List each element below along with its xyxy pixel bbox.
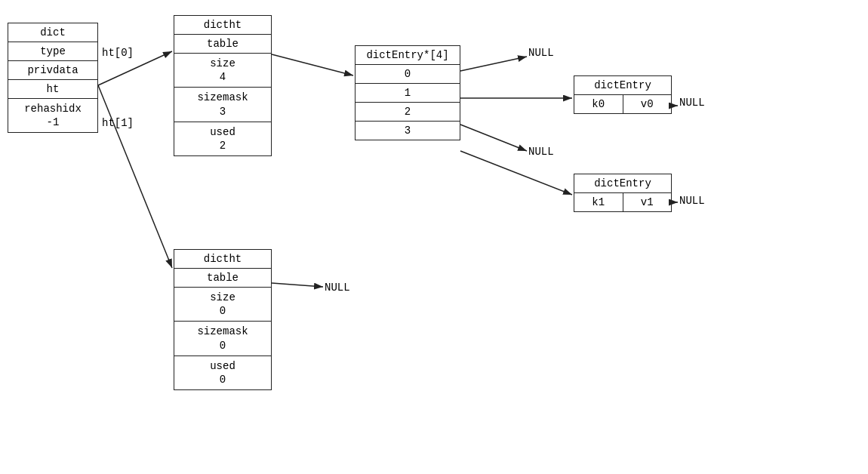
dict-cell-dict: dict: [8, 23, 97, 42]
dictht-top-header: dictht: [174, 16, 271, 35]
null-label-3: NULL: [528, 146, 554, 158]
svg-line-10: [272, 283, 323, 287]
svg-line-4: [460, 57, 527, 71]
dictentry-array-row2: 2: [356, 103, 460, 122]
dictentry-top-k0: k0: [574, 95, 623, 113]
dictentry-array-box: dictEntry*[4] 0 1 2 3: [355, 45, 460, 140]
dict-cell-rehashidx: rehashidx-1: [8, 99, 97, 132]
dictht-bottom-table: table: [174, 269, 271, 288]
svg-line-3: [272, 54, 353, 75]
dictentry-array-row0: 0: [356, 65, 460, 84]
dict-box: dict type privdata ht rehashidx-1: [8, 23, 98, 133]
dictentry-top-v0: v0: [623, 95, 672, 113]
dictht-top-table: table: [174, 35, 271, 54]
dict-cell-type: type: [8, 42, 97, 61]
dictentry-array-header: dictEntry*[4]: [356, 46, 460, 65]
dictentry-bottom-v1: v1: [623, 193, 672, 211]
svg-line-2: [98, 85, 172, 268]
ht0-label: ht[0]: [102, 47, 134, 59]
dictht-top-box: dictht table size4 sizemask3 used2: [174, 15, 272, 156]
dictentry-top-box: dictEntry k0 v0: [574, 75, 672, 114]
ht1-label: ht[1]: [102, 117, 134, 129]
dictentry-bottom-box: dictEntry k1 v1: [574, 174, 672, 212]
null-label-5: NULL: [325, 282, 350, 294]
svg-line-6: [460, 125, 527, 151]
dictht-bottom-box: dictht table size0 sizemask0 used0: [174, 249, 272, 390]
dictht-bottom-size: size0: [174, 288, 271, 322]
svg-line-7: [460, 151, 572, 195]
dictentry-array-row1: 1: [356, 84, 460, 103]
dictht-top-size: size4: [174, 54, 271, 88]
dictht-bottom-header: dictht: [174, 250, 271, 269]
null-label-2: NULL: [679, 97, 705, 109]
dictentry-bottom-header: dictEntry: [574, 174, 671, 193]
diagram: dict type privdata ht rehashidx-1 ht[0] …: [0, 0, 868, 474]
dictentry-top-header: dictEntry: [574, 76, 671, 95]
null-label-4: NULL: [679, 195, 705, 207]
dictht-top-used: used2: [174, 122, 271, 155]
dict-cell-privdata: privdata: [8, 61, 97, 80]
dictht-bottom-sizemask: sizemask0: [174, 322, 271, 356]
dictht-bottom-used: used0: [174, 356, 271, 389]
dictht-top-sizemask: sizemask3: [174, 88, 271, 122]
dictentry-array-row3: 3: [356, 122, 460, 140]
dictentry-bottom-k1: k1: [574, 193, 623, 211]
dict-cell-ht: ht: [8, 80, 97, 99]
null-label-1: NULL: [528, 47, 554, 59]
